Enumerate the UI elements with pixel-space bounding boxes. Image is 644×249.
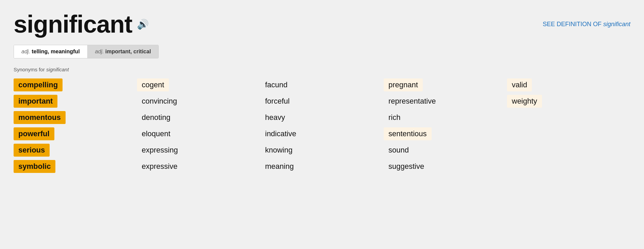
synonyms-italic-word: significant [46, 67, 69, 72]
synonym-col-4: pregnantrepresentativerichsententioussou… [384, 78, 507, 173]
title-area: significant 🔊 [14, 10, 149, 38]
synonym-tag[interactable]: pregnant [384, 78, 423, 91]
tabs-container: adj. telling, meaningful adj. important,… [14, 45, 159, 58]
synonym-tag[interactable]: valid [507, 78, 532, 91]
synonym-tag[interactable]: heavy [260, 111, 290, 124]
main-title: significant [14, 10, 132, 38]
synonym-tag[interactable]: symbolic [14, 160, 55, 173]
synonym-tag[interactable]: compelling [14, 78, 63, 91]
tab1-words: telling, meaningful [32, 49, 80, 54]
synonym-col-1: compellingimportantmomentouspowerfulseri… [14, 78, 137, 173]
header-row: significant 🔊 SEE DEFINITION OF signific… [14, 10, 630, 38]
synonym-tag[interactable]: indicative [260, 127, 301, 140]
synonym-col-5: validweighty [507, 78, 630, 173]
synonym-tag[interactable]: cogent [137, 78, 169, 91]
synonym-tag[interactable]: meaning [260, 160, 298, 173]
synonym-tag[interactable]: expressing [137, 144, 182, 157]
synonym-tag[interactable]: weighty [507, 95, 542, 108]
synonym-col-2: cogentconvincingdenotingeloquentexpressi… [137, 78, 260, 173]
synonyms-grid: compellingimportantmomentouspowerfulseri… [14, 78, 630, 173]
synonyms-label-text: Synonyms for [14, 67, 45, 72]
synonym-tag[interactable]: sound [384, 144, 414, 157]
tab2-words: important, critical [105, 49, 151, 54]
tab2-adj-label: adj. [95, 49, 104, 54]
synonym-tag[interactable]: momentous [14, 111, 66, 124]
synonyms-label: Synonyms for significant [14, 67, 630, 72]
tab-telling-meaningful[interactable]: adj. telling, meaningful [14, 45, 87, 58]
synonym-tag[interactable]: suggestive [384, 160, 429, 173]
see-definition-prefix: SEE DEFINITION OF [543, 21, 602, 28]
synonym-tag[interactable]: convincing [137, 95, 182, 108]
see-definition-link[interactable]: SEE DEFINITION OF significant [543, 21, 630, 28]
tab-important-critical[interactable]: adj. important, critical [88, 45, 159, 58]
synonym-tag[interactable]: representative [384, 95, 440, 108]
synonym-tag[interactable]: forceful [260, 95, 294, 108]
see-definition-word: significant [603, 21, 630, 28]
synonym-tag[interactable]: rich [384, 111, 405, 124]
synonym-tag[interactable]: expressive [137, 160, 182, 173]
synonym-tag[interactable]: facund [260, 78, 292, 91]
synonym-tag[interactable]: denoting [137, 111, 175, 124]
speaker-icon[interactable]: 🔊 [137, 19, 149, 30]
synonym-tag[interactable]: serious [14, 144, 50, 157]
synonym-tag[interactable]: important [14, 95, 57, 108]
synonym-tag[interactable]: sententious [384, 127, 432, 140]
synonym-tag[interactable]: knowing [260, 144, 297, 157]
synonym-col-3: facundforcefulheavyindicativeknowingmean… [260, 78, 384, 173]
synonym-tag[interactable]: eloquent [137, 127, 175, 140]
tab1-adj-label: adj. [21, 49, 30, 54]
synonym-tag[interactable]: powerful [14, 127, 54, 140]
